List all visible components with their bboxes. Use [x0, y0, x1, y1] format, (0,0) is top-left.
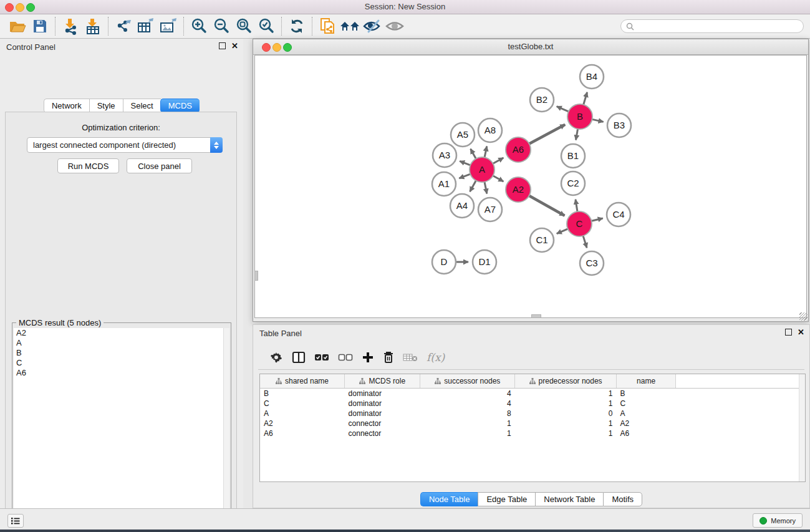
minimize-network-icon[interactable]: [272, 43, 281, 52]
column-header-shared-name[interactable]: shared name: [260, 374, 345, 389]
tab-network-table[interactable]: Network Table: [535, 492, 603, 506]
export-image-icon[interactable]: [157, 16, 180, 36]
close-network-icon[interactable]: [262, 43, 271, 52]
maximize-network-icon[interactable]: [283, 43, 292, 52]
table-cell[interactable]: connector: [345, 418, 420, 428]
graph-node-A4[interactable]: A4: [450, 194, 474, 218]
table-row[interactable]: Adominator80A: [260, 409, 805, 418]
gear-icon[interactable]: [269, 348, 283, 367]
tab-motifs[interactable]: Motifs: [603, 492, 642, 506]
zoom-fit-icon[interactable]: [233, 16, 255, 36]
table-cell[interactable]: 1: [420, 428, 515, 438]
table-cell[interactable]: 1: [515, 389, 617, 399]
refresh-icon[interactable]: [286, 16, 308, 36]
tab-network[interactable]: Network: [44, 99, 89, 113]
table-cell[interactable]: 1: [515, 399, 617, 409]
canvas-hscroll-thumb[interactable]: [531, 314, 541, 318]
minimize-window-icon[interactable]: [16, 3, 24, 12]
zoom-selected-icon[interactable]: [255, 16, 277, 36]
float-panel-icon[interactable]: [219, 42, 226, 49]
import-table-icon[interactable]: [82, 16, 104, 36]
table-cell[interactable]: A6: [260, 428, 345, 438]
table-cell[interactable]: [676, 428, 805, 438]
close-window-icon[interactable]: [5, 3, 14, 12]
search-input[interactable]: [637, 21, 803, 31]
table-cell[interactable]: 1: [515, 418, 617, 428]
hide-selected-icon[interactable]: [361, 16, 383, 36]
resize-grip[interactable]: [799, 312, 808, 321]
graph-node-D[interactable]: D: [432, 250, 456, 274]
tab-style[interactable]: Style: [89, 99, 123, 113]
table-cell[interactable]: dominator: [345, 389, 420, 399]
table-cell[interactable]: [676, 389, 805, 399]
delete-table-icon[interactable]: [403, 348, 418, 367]
tab-edge-table[interactable]: Edge Table: [478, 492, 535, 506]
table-cell[interactable]: A6: [617, 428, 676, 438]
table-cell[interactable]: C: [260, 399, 345, 409]
table-cell[interactable]: 0: [515, 409, 617, 418]
table-cell[interactable]: dominator: [345, 409, 420, 418]
graph-node-C3[interactable]: C3: [580, 251, 604, 275]
table-cell[interactable]: 1: [515, 428, 617, 438]
graph-node-D1[interactable]: D1: [473, 250, 496, 274]
network-canvas[interactable]: AA1A2A3A4A5A6A7A8BB1B2B3B4CC1C2C3C4DD1: [254, 55, 807, 318]
show-selected-icon[interactable]: [383, 16, 406, 36]
result-item[interactable]: A: [14, 338, 229, 348]
graph-node-B4[interactable]: B4: [580, 65, 604, 89]
table-row[interactable]: A6connector11A6: [260, 428, 805, 438]
graph-node-B3[interactable]: B3: [607, 114, 631, 137]
tab-node-table[interactable]: Node Table: [420, 492, 478, 506]
close-table-panel-icon[interactable]: ✕: [798, 329, 804, 336]
graph-node-C1[interactable]: C1: [530, 228, 554, 252]
table-cell[interactable]: 1: [420, 418, 515, 428]
table-cell[interactable]: 4: [420, 399, 515, 409]
table-cell[interactable]: 8: [420, 409, 515, 418]
result-item[interactable]: B: [14, 348, 229, 358]
graph-node-A1[interactable]: A1: [432, 172, 456, 196]
result-item[interactable]: A6: [14, 368, 229, 378]
import-network-icon[interactable]: [59, 16, 82, 36]
open-folder-icon[interactable]: [6, 16, 29, 36]
save-icon[interactable]: [29, 16, 51, 36]
graph-node-A7[interactable]: A7: [478, 198, 502, 221]
graph-node-A3[interactable]: A3: [433, 143, 456, 167]
column-header-predecessor-nodes[interactable]: predecessor nodes: [515, 374, 617, 389]
graph-node-A2[interactable]: A2: [506, 177, 531, 202]
task-history-button[interactable]: [7, 514, 24, 528]
show-all-networks-icon[interactable]: [339, 16, 361, 36]
export-network-icon[interactable]: [112, 16, 135, 36]
export-table-icon[interactable]: [135, 16, 157, 36]
table-cell[interactable]: [676, 409, 805, 418]
table-cell[interactable]: connector: [345, 428, 420, 438]
graph-node-A[interactable]: A: [470, 157, 494, 182]
table-scrollbar[interactable]: [799, 374, 805, 481]
memory-button[interactable]: Memory: [753, 513, 803, 528]
add-icon[interactable]: [362, 348, 374, 367]
table-cell[interactable]: B: [260, 389, 345, 399]
table-row[interactable]: A2connector11A2: [260, 418, 805, 428]
graph-node-A6[interactable]: A6: [506, 137, 531, 162]
duplicate-network-icon[interactable]: [316, 16, 339, 36]
result-item[interactable]: A2: [14, 328, 229, 338]
zoom-out-icon[interactable]: [210, 16, 233, 36]
table-row[interactable]: Bdominator41B: [260, 389, 805, 399]
graph-node-B1[interactable]: B1: [561, 144, 585, 168]
zoom-in-icon[interactable]: [188, 16, 210, 36]
table-cell[interactable]: 4: [420, 389, 515, 399]
table-row[interactable]: Cdominator41C: [260, 399, 805, 409]
graph-node-B2[interactable]: B2: [530, 88, 554, 112]
close-panel-icon[interactable]: ✕: [231, 42, 238, 49]
column-header-MCDS-role[interactable]: MCDS role: [345, 374, 420, 389]
table-cell[interactable]: A: [617, 409, 676, 418]
deselect-all-icon[interactable]: [338, 348, 353, 367]
delete-icon[interactable]: [383, 348, 394, 367]
result-item[interactable]: C: [14, 358, 229, 368]
float-table-panel-icon[interactable]: [785, 329, 792, 336]
columns-icon[interactable]: [292, 348, 306, 367]
graph-node-C[interactable]: C: [567, 211, 592, 236]
table-cell[interactable]: A2: [617, 418, 676, 428]
graph-node-C4[interactable]: C4: [607, 203, 630, 226]
run-mcds-button[interactable]: Run MCDS: [57, 158, 119, 173]
tab-mcds[interactable]: MCDS: [160, 99, 200, 113]
search-field[interactable]: [620, 19, 804, 33]
